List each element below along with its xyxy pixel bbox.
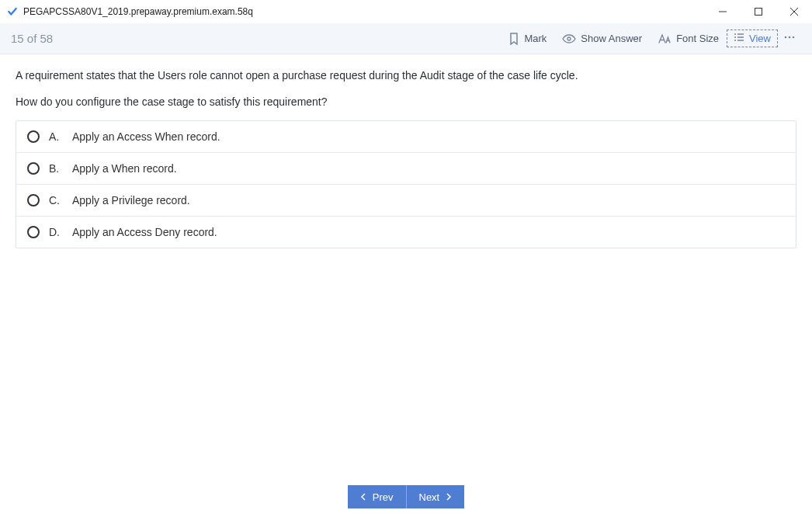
option-c[interactable]: C. Apply a Privilege record. bbox=[16, 185, 796, 217]
next-button[interactable]: Next bbox=[407, 485, 465, 508]
option-letter: C. bbox=[49, 194, 63, 206]
option-a[interactable]: A. Apply an Access When record. bbox=[16, 121, 796, 153]
option-b[interactable]: B. Apply a When record. bbox=[16, 153, 796, 185]
svg-rect-1 bbox=[755, 9, 762, 16]
question-content: A requirement states that the Users role… bbox=[0, 54, 812, 477]
option-text: Apply a Privilege record. bbox=[72, 194, 190, 206]
chevron-left-icon bbox=[360, 493, 366, 501]
prev-button[interactable]: Prev bbox=[348, 485, 407, 508]
app-icon bbox=[6, 5, 19, 18]
titlebar-left: PEGAPCSSA80V1_2019.prepaway.premium.exam… bbox=[0, 5, 705, 18]
chevron-right-icon bbox=[446, 493, 452, 501]
question-line-2: How do you configure the case stage to s… bbox=[16, 95, 796, 110]
font-size-icon bbox=[658, 33, 671, 44]
option-text: Apply an Access When record. bbox=[72, 130, 220, 143]
show-answer-button[interactable]: Show Answer bbox=[554, 29, 650, 47]
window-maximize-button[interactable] bbox=[741, 0, 776, 23]
toolbar: 15 of 58 Mark Show Answer Font Size View bbox=[0, 23, 812, 54]
font-size-button[interactable]: Font Size bbox=[650, 29, 727, 47]
prev-label: Prev bbox=[373, 491, 394, 503]
eye-icon bbox=[562, 33, 576, 44]
option-text: Apply an Access Deny record. bbox=[72, 226, 217, 238]
more-icon bbox=[783, 32, 796, 46]
window-titlebar: PEGAPCSSA80V1_2019.prepaway.premium.exam… bbox=[0, 0, 812, 23]
options-list: A. Apply an Access When record. B. Apply… bbox=[16, 120, 796, 248]
svg-point-4 bbox=[567, 37, 571, 40]
view-button[interactable]: View bbox=[727, 29, 778, 47]
bookmark-icon bbox=[508, 33, 519, 45]
next-label: Next bbox=[419, 491, 440, 503]
svg-point-13 bbox=[793, 36, 795, 38]
option-letter: A. bbox=[49, 130, 63, 143]
option-d[interactable]: D. Apply an Access Deny record. bbox=[16, 217, 796, 248]
radio-icon bbox=[27, 130, 40, 143]
more-button[interactable] bbox=[778, 29, 801, 49]
view-label: View bbox=[749, 33, 771, 44]
svg-point-11 bbox=[785, 36, 787, 38]
window-title: PEGAPCSSA80V1_2019.prepaway.premium.exam… bbox=[23, 6, 253, 17]
page-indicator: 15 of 58 bbox=[11, 32, 53, 45]
option-letter: D. bbox=[49, 226, 63, 238]
svg-point-12 bbox=[789, 36, 791, 38]
window-close-button[interactable] bbox=[776, 0, 812, 23]
list-view-icon bbox=[734, 33, 744, 44]
footer-nav: Prev Next bbox=[0, 477, 812, 517]
option-letter: B. bbox=[49, 162, 63, 175]
window-controls bbox=[705, 0, 812, 23]
radio-icon bbox=[27, 194, 40, 206]
option-text: Apply a When record. bbox=[72, 162, 177, 175]
mark-button[interactable]: Mark bbox=[501, 29, 554, 48]
radio-icon bbox=[27, 162, 40, 175]
font-size-label: Font Size bbox=[676, 33, 719, 44]
window-minimize-button[interactable] bbox=[705, 0, 741, 23]
mark-label: Mark bbox=[524, 33, 547, 44]
show-answer-label: Show Answer bbox=[581, 33, 642, 44]
question-line-1: A requirement states that the Users role… bbox=[16, 68, 796, 84]
radio-icon bbox=[27, 226, 40, 238]
